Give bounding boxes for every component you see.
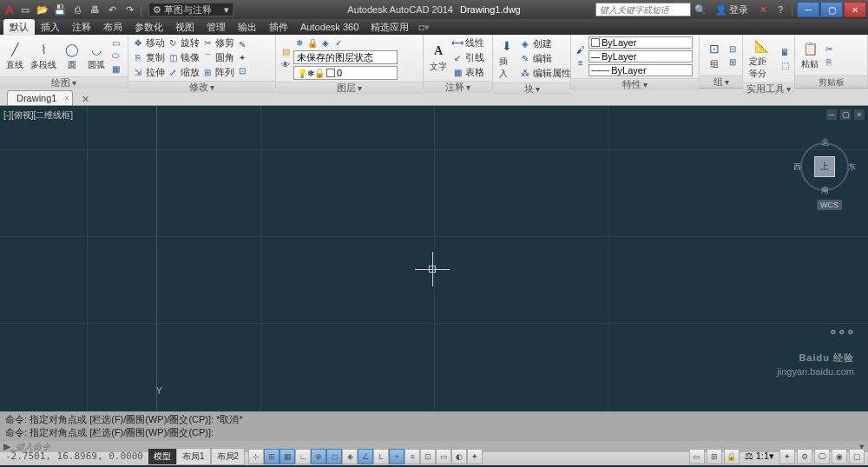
vc-west[interactable]: 西 xyxy=(793,161,801,173)
plot-icon[interactable]: 🖶 xyxy=(87,2,102,17)
lineweight-combo[interactable]: — ByLayer xyxy=(589,50,693,62)
model-tab[interactable]: 模型 xyxy=(148,449,176,464)
tpy-toggle[interactable]: ⊡ xyxy=(420,449,436,464)
stretch-button[interactable]: ⇲拉伸 xyxy=(132,66,165,79)
ortho-toggle[interactable]: ∟ xyxy=(295,449,311,464)
undo-icon[interactable]: ↶ xyxy=(104,2,120,17)
layer-state-combo[interactable]: 未保存的图层状态 xyxy=(293,50,398,64)
modelspace-button[interactable]: ▭ xyxy=(689,449,705,464)
panel-title[interactable]: 实用工具 ▾ xyxy=(743,82,794,95)
quickview-icon[interactable]: ⊞ xyxy=(707,449,722,464)
redo-icon[interactable]: ↷ xyxy=(122,2,137,17)
block-attr-button[interactable]: ⁂编辑属性 xyxy=(519,67,571,80)
close-tab-icon[interactable]: × xyxy=(64,94,69,102)
tab-layout[interactable]: 布局 xyxy=(97,19,128,36)
vc-north[interactable]: 北 xyxy=(821,137,829,148)
annovis-icon[interactable]: ✦ xyxy=(779,449,795,464)
circle-button[interactable]: ◯圆 xyxy=(61,40,83,72)
paste-button[interactable]: 📋粘贴 xyxy=(799,39,821,71)
fillet-button[interactable]: ⌒圆角 xyxy=(201,51,234,64)
line-button[interactable]: ╱直线 xyxy=(3,40,26,72)
tab-featured[interactable]: 精选应用 xyxy=(365,19,415,36)
rectangle-icon[interactable]: ▭ xyxy=(109,36,122,49)
linetype-combo[interactable]: ─── ByLayer xyxy=(589,64,693,76)
text-button[interactable]: A文字 xyxy=(427,42,450,74)
viewport-label[interactable]: [-][俯视][二维线框] xyxy=(3,109,73,122)
file-tab[interactable]: Drawing1× xyxy=(7,90,73,105)
block-edit-button[interactable]: ✎编辑 xyxy=(519,52,571,65)
panel-title[interactable]: 组 ▾ xyxy=(700,76,742,88)
workspace-selector[interactable]: ⚙草图与注释▾ xyxy=(148,3,233,16)
tab-plugins[interactable]: 插件 xyxy=(263,19,294,36)
login-button[interactable]: 👤 登录 xyxy=(710,3,753,16)
annoscale-icon[interactable]: 🔒 xyxy=(724,449,740,464)
layer-iso-icon[interactable]: ◈ xyxy=(319,36,332,49)
wcs-badge[interactable]: WCS xyxy=(817,200,842,210)
drawing-canvas[interactable]: [-][俯视][二维线框] ─ ▢ × Y 上 北 南 西 东 WCS ⚬⚬⚬B… xyxy=(0,106,868,411)
app-menu-icon[interactable]: A xyxy=(3,3,16,16)
tab-annotate[interactable]: 注释 xyxy=(66,19,97,36)
group-edit-icon[interactable]: ⊞ xyxy=(727,56,739,68)
ducs-toggle[interactable]: L xyxy=(373,449,389,464)
search-input[interactable] xyxy=(595,3,691,16)
minimize-button[interactable]: ─ xyxy=(797,2,819,17)
hatch-icon[interactable]: ▦ xyxy=(109,62,122,75)
tab-view[interactable]: 视图 xyxy=(169,19,201,36)
dim-linear-button[interactable]: ⟷线性 xyxy=(451,36,484,49)
am-toggle[interactable]: ✦ xyxy=(467,449,483,464)
copy-clip-icon[interactable]: ⎘ xyxy=(823,56,835,68)
grid-toggle[interactable]: ▦ xyxy=(279,449,295,464)
tab-parametric[interactable]: 参数化 xyxy=(128,19,169,36)
insert-button[interactable]: ⬇插入 xyxy=(496,36,517,81)
vp-min-icon[interactable]: ─ xyxy=(826,109,837,120)
vc-east[interactable]: 东 xyxy=(848,161,856,173)
scale-button[interactable]: ⤢缩放 xyxy=(167,66,200,79)
ellipse-icon[interactable]: ⬭ xyxy=(109,49,122,62)
trim-button[interactable]: ✂修剪 xyxy=(201,36,234,49)
osnap-toggle[interactable]: ◻ xyxy=(326,449,342,464)
3dosnap-toggle[interactable]: ◈ xyxy=(342,449,358,464)
tab-output[interactable]: 输出 xyxy=(232,19,263,36)
rotate-button[interactable]: ↻旋转 xyxy=(167,36,200,49)
ribbon-expand-icon[interactable]: ◘▾ xyxy=(418,22,430,33)
layer-freeze-icon[interactable]: ❄ xyxy=(293,36,306,49)
measure-button[interactable]: 📐定距等分 xyxy=(746,36,777,81)
sc-toggle[interactable]: ◐ xyxy=(451,449,467,464)
new-icon[interactable]: ▭ xyxy=(17,2,33,17)
maximize-button[interactable]: ▢ xyxy=(820,2,843,17)
offset-icon[interactable]: ⊡ xyxy=(236,65,248,77)
clean-screen-icon[interactable]: ▢ xyxy=(849,449,865,464)
layer-current-combo[interactable]: 💡❄🔓0 xyxy=(293,66,398,80)
arc-button[interactable]: ◡圆弧 xyxy=(85,40,108,72)
panel-title[interactable]: 块 ▾ xyxy=(493,82,570,95)
snap-toggle[interactable]: ⊞ xyxy=(264,449,279,464)
group-button[interactable]: ⊡组 xyxy=(703,39,725,71)
exchange-icon[interactable]: ✕ xyxy=(755,2,771,17)
qp-toggle[interactable]: ▭ xyxy=(436,449,451,464)
erase-icon[interactable]: ✎ xyxy=(236,39,248,51)
isolate-icon[interactable]: ◉ xyxy=(832,449,847,464)
viewcube[interactable]: 上 北 南 西 东 xyxy=(799,141,851,193)
new-tab-button[interactable]: ✕ xyxy=(78,94,93,105)
mirror-button[interactable]: ◫镜像 xyxy=(167,51,200,64)
leader-button[interactable]: ↙引线 xyxy=(451,51,484,64)
block-create-button[interactable]: ◈创建 xyxy=(519,37,571,50)
ws-switch-icon[interactable]: ⚙ xyxy=(797,449,812,464)
scale-label[interactable]: ⚖ 1:1▾ xyxy=(741,451,778,462)
match-props-icon[interactable]: 🖌 xyxy=(575,44,587,56)
vp-max-icon[interactable]: ▢ xyxy=(840,109,851,120)
copy-button[interactable]: ⎘复制 xyxy=(132,51,165,64)
list-icon[interactable]: ≡ xyxy=(575,57,587,69)
infer-toggle[interactable]: ⊹ xyxy=(248,449,264,464)
tab-a360[interactable]: Autodesk 360 xyxy=(294,20,365,34)
layer-match-icon[interactable]: ✓ xyxy=(332,36,345,49)
polar-toggle[interactable]: ⊕ xyxy=(311,449,326,464)
layer-props-icon[interactable]: ▤ xyxy=(279,46,292,58)
tab-default[interactable]: 默认 xyxy=(3,19,35,36)
coordinates[interactable]: -2.7501, 16.8969, 0.0000 xyxy=(0,451,148,462)
layer-lock-icon[interactable]: 🔒 xyxy=(306,36,319,49)
vc-south[interactable]: 南 xyxy=(821,185,829,196)
move-button[interactable]: ✥移动 xyxy=(132,36,165,49)
hardware-icon[interactable]: 🖵 xyxy=(814,449,830,464)
cut-icon[interactable]: ✂ xyxy=(823,43,835,55)
